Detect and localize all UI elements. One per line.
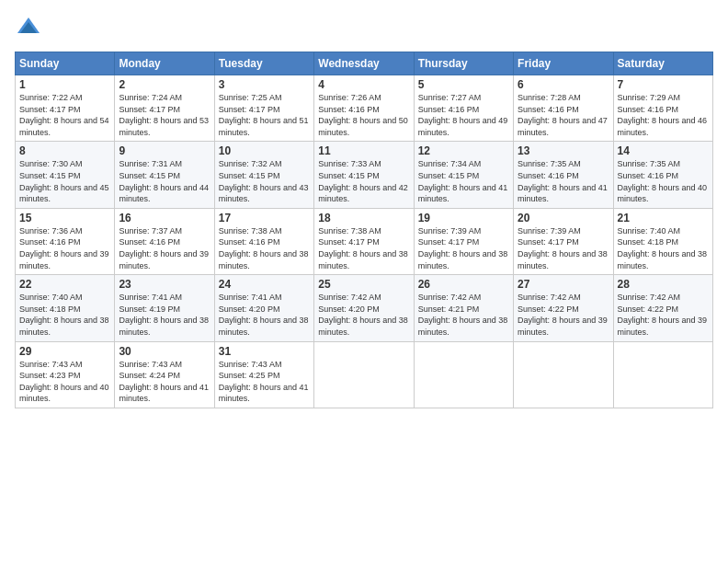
day-number: 22 (19, 278, 110, 291)
header (15, 15, 713, 42)
day-header: Tuesday (214, 52, 313, 75)
calendar-cell: 20 Sunrise: 7:39 AM Sunset: 4:17 PM Dayl… (514, 208, 613, 274)
calendar-cell: 16 Sunrise: 7:37 AM Sunset: 4:16 PM Dayl… (115, 208, 214, 274)
day-info: Sunrise: 7:29 AM Sunset: 4:16 PM Dayligh… (618, 93, 708, 137)
day-info: Sunrise: 7:26 AM Sunset: 4:16 PM Dayligh… (318, 93, 408, 137)
day-number: 12 (418, 144, 509, 157)
calendar-cell: 3 Sunrise: 7:25 AM Sunset: 4:17 PM Dayli… (214, 75, 313, 142)
day-info: Sunrise: 7:38 AM Sunset: 4:17 PM Dayligh… (318, 226, 408, 270)
day-info: Sunrise: 7:43 AM Sunset: 4:24 PM Dayligh… (119, 360, 209, 404)
calendar-cell (514, 341, 613, 408)
calendar-cell: 14 Sunrise: 7:35 AM Sunset: 4:16 PM Dayl… (613, 142, 712, 208)
day-number: 23 (119, 278, 210, 291)
calendar-cell: 15 Sunrise: 7:36 AM Sunset: 4:16 PM Dayl… (16, 208, 115, 274)
day-info: Sunrise: 7:41 AM Sunset: 4:19 PM Dayligh… (119, 293, 209, 337)
calendar-cell: 19 Sunrise: 7:39 AM Sunset: 4:17 PM Dayl… (414, 208, 513, 274)
day-number: 24 (219, 278, 310, 291)
day-number: 10 (219, 144, 310, 157)
day-number: 17 (219, 212, 310, 224)
day-number: 19 (418, 212, 509, 224)
day-number: 18 (318, 212, 409, 224)
calendar-week-row: 8 Sunrise: 7:30 AM Sunset: 4:15 PM Dayli… (16, 142, 713, 208)
day-header: Saturday (613, 52, 712, 75)
calendar-week-row: 22 Sunrise: 7:40 AM Sunset: 4:18 PM Dayl… (16, 275, 713, 341)
calendar-cell: 18 Sunrise: 7:38 AM Sunset: 4:17 PM Dayl… (314, 208, 414, 274)
day-number: 25 (318, 278, 409, 291)
day-info: Sunrise: 7:40 AM Sunset: 4:18 PM Dayligh… (618, 226, 708, 270)
day-info: Sunrise: 7:35 AM Sunset: 4:16 PM Dayligh… (618, 159, 708, 203)
calendar-cell: 8 Sunrise: 7:30 AM Sunset: 4:15 PM Dayli… (16, 142, 115, 208)
calendar-cell (613, 341, 712, 408)
day-number: 13 (518, 144, 609, 157)
day-number: 21 (618, 212, 709, 224)
calendar-cell: 21 Sunrise: 7:40 AM Sunset: 4:18 PM Dayl… (613, 208, 712, 274)
day-number: 7 (618, 78, 709, 91)
day-number: 30 (119, 345, 210, 358)
day-header: Thursday (414, 52, 513, 75)
day-info: Sunrise: 7:42 AM Sunset: 4:22 PM Dayligh… (518, 293, 608, 337)
day-info: Sunrise: 7:41 AM Sunset: 4:20 PM Dayligh… (219, 293, 309, 337)
calendar-cell: 10 Sunrise: 7:32 AM Sunset: 4:15 PM Dayl… (214, 142, 313, 208)
day-info: Sunrise: 7:37 AM Sunset: 4:16 PM Dayligh… (119, 226, 209, 270)
calendar-cell: 6 Sunrise: 7:28 AM Sunset: 4:16 PM Dayli… (514, 75, 613, 142)
day-info: Sunrise: 7:28 AM Sunset: 4:16 PM Dayligh… (518, 93, 608, 137)
day-number: 11 (318, 144, 409, 157)
calendar-cell: 25 Sunrise: 7:42 AM Sunset: 4:20 PM Dayl… (314, 275, 414, 341)
day-info: Sunrise: 7:43 AM Sunset: 4:25 PM Dayligh… (219, 360, 309, 404)
day-header: Monday (115, 52, 214, 75)
day-number: 14 (618, 144, 709, 157)
day-info: Sunrise: 7:38 AM Sunset: 4:16 PM Dayligh… (219, 226, 309, 270)
calendar-table: SundayMondayTuesdayWednesdayThursdayFrid… (15, 52, 713, 408)
calendar-cell: 31 Sunrise: 7:43 AM Sunset: 4:25 PM Dayl… (214, 341, 313, 408)
day-number: 9 (119, 144, 210, 157)
day-number: 29 (19, 345, 110, 358)
day-number: 31 (219, 345, 310, 358)
calendar-cell: 26 Sunrise: 7:42 AM Sunset: 4:21 PM Dayl… (414, 275, 513, 341)
day-info: Sunrise: 7:39 AM Sunset: 4:17 PM Dayligh… (418, 226, 508, 270)
calendar-cell: 4 Sunrise: 7:26 AM Sunset: 4:16 PM Dayli… (314, 75, 414, 142)
day-info: Sunrise: 7:22 AM Sunset: 4:17 PM Dayligh… (19, 93, 109, 137)
calendar-header-row: SundayMondayTuesdayWednesdayThursdayFrid… (16, 52, 713, 75)
calendar-cell: 24 Sunrise: 7:41 AM Sunset: 4:20 PM Dayl… (214, 275, 313, 341)
day-number: 6 (518, 78, 609, 91)
calendar-cell: 28 Sunrise: 7:42 AM Sunset: 4:22 PM Dayl… (613, 275, 712, 341)
day-number: 4 (318, 78, 409, 91)
day-info: Sunrise: 7:27 AM Sunset: 4:16 PM Dayligh… (418, 93, 508, 137)
calendar-cell: 9 Sunrise: 7:31 AM Sunset: 4:15 PM Dayli… (115, 142, 214, 208)
day-info: Sunrise: 7:31 AM Sunset: 4:15 PM Dayligh… (119, 159, 209, 203)
day-number: 20 (518, 212, 609, 224)
calendar-cell: 7 Sunrise: 7:29 AM Sunset: 4:16 PM Dayli… (613, 75, 712, 142)
day-info: Sunrise: 7:33 AM Sunset: 4:15 PM Dayligh… (318, 159, 408, 203)
calendar-cell: 13 Sunrise: 7:35 AM Sunset: 4:16 PM Dayl… (514, 142, 613, 208)
logo (15, 15, 46, 42)
logo-icon (15, 15, 42, 42)
day-number: 26 (418, 278, 509, 291)
calendar-cell: 2 Sunrise: 7:24 AM Sunset: 4:17 PM Dayli… (115, 75, 214, 142)
day-info: Sunrise: 7:42 AM Sunset: 4:21 PM Dayligh… (418, 293, 508, 337)
calendar-cell: 23 Sunrise: 7:41 AM Sunset: 4:19 PM Dayl… (115, 275, 214, 341)
calendar-cell: 17 Sunrise: 7:38 AM Sunset: 4:16 PM Dayl… (214, 208, 313, 274)
day-info: Sunrise: 7:34 AM Sunset: 4:15 PM Dayligh… (418, 159, 508, 203)
day-info: Sunrise: 7:43 AM Sunset: 4:23 PM Dayligh… (19, 360, 109, 404)
day-header: Wednesday (314, 52, 414, 75)
calendar-cell: 12 Sunrise: 7:34 AM Sunset: 4:15 PM Dayl… (414, 142, 513, 208)
day-info: Sunrise: 7:40 AM Sunset: 4:18 PM Dayligh… (19, 293, 109, 337)
calendar-cell: 27 Sunrise: 7:42 AM Sunset: 4:22 PM Dayl… (514, 275, 613, 341)
day-number: 28 (618, 278, 709, 291)
calendar-cell: 1 Sunrise: 7:22 AM Sunset: 4:17 PM Dayli… (16, 75, 115, 142)
day-info: Sunrise: 7:35 AM Sunset: 4:16 PM Dayligh… (518, 159, 608, 203)
calendar-cell: 22 Sunrise: 7:40 AM Sunset: 4:18 PM Dayl… (16, 275, 115, 341)
calendar-week-row: 29 Sunrise: 7:43 AM Sunset: 4:23 PM Dayl… (16, 341, 713, 408)
calendar-week-row: 1 Sunrise: 7:22 AM Sunset: 4:17 PM Dayli… (16, 75, 713, 142)
day-header: Sunday (16, 52, 115, 75)
day-info: Sunrise: 7:42 AM Sunset: 4:22 PM Dayligh… (618, 293, 708, 337)
day-number: 1 (19, 78, 110, 91)
day-number: 27 (518, 278, 609, 291)
calendar-cell: 30 Sunrise: 7:43 AM Sunset: 4:24 PM Dayl… (115, 341, 214, 408)
day-info: Sunrise: 7:39 AM Sunset: 4:17 PM Dayligh… (518, 226, 608, 270)
calendar-cell: 5 Sunrise: 7:27 AM Sunset: 4:16 PM Dayli… (414, 75, 513, 142)
calendar-week-row: 15 Sunrise: 7:36 AM Sunset: 4:16 PM Dayl… (16, 208, 713, 274)
day-info: Sunrise: 7:30 AM Sunset: 4:15 PM Dayligh… (19, 159, 109, 203)
day-number: 5 (418, 78, 509, 91)
calendar-cell: 29 Sunrise: 7:43 AM Sunset: 4:23 PM Dayl… (16, 341, 115, 408)
